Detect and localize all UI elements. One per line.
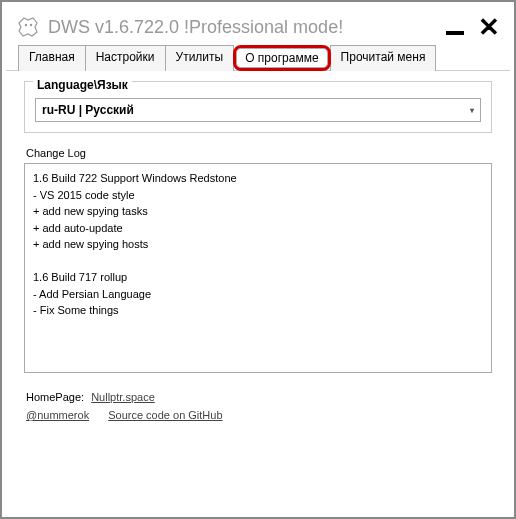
tab-main[interactable]: Главная [18, 45, 86, 71]
window-title: DWS v1.6.722.0 !Professional mode! [48, 17, 446, 38]
language-group: Language\Язык ru-RU | Русский ▾ [24, 81, 492, 133]
tab-readme[interactable]: Прочитай меня [330, 45, 437, 71]
minimize-button[interactable] [446, 31, 464, 35]
language-dropdown[interactable]: ru-RU | Русский ▾ [35, 98, 481, 122]
homepage-label: HomePage: [26, 391, 84, 403]
language-label: Language\Язык [33, 78, 132, 92]
author-link[interactable]: @nummerok [26, 409, 89, 421]
chevron-down-icon: ▾ [470, 106, 474, 115]
close-button[interactable]: ✕ [478, 14, 500, 40]
changelog-text: 1.6 Build 722 Support Windows Redstone -… [24, 163, 492, 373]
svg-point-0 [25, 24, 27, 26]
tab-settings[interactable]: Настройки [85, 45, 166, 71]
changelog-label: Change Log [26, 147, 492, 159]
source-link[interactable]: Source code on GitHub [108, 409, 222, 421]
titlebar: DWS v1.6.722.0 !Professional mode! ✕ [6, 6, 510, 44]
tab-about[interactable]: О программе [233, 45, 330, 71]
tab-utilities[interactable]: Утилиты [165, 45, 235, 71]
language-value: ru-RU | Русский [42, 103, 134, 117]
homepage-link[interactable]: Nullptr.space [91, 391, 155, 403]
svg-point-1 [30, 24, 32, 26]
app-icon [16, 15, 40, 39]
tabs-bar: Главная Настройки Утилиты О программе Пр… [6, 44, 510, 71]
